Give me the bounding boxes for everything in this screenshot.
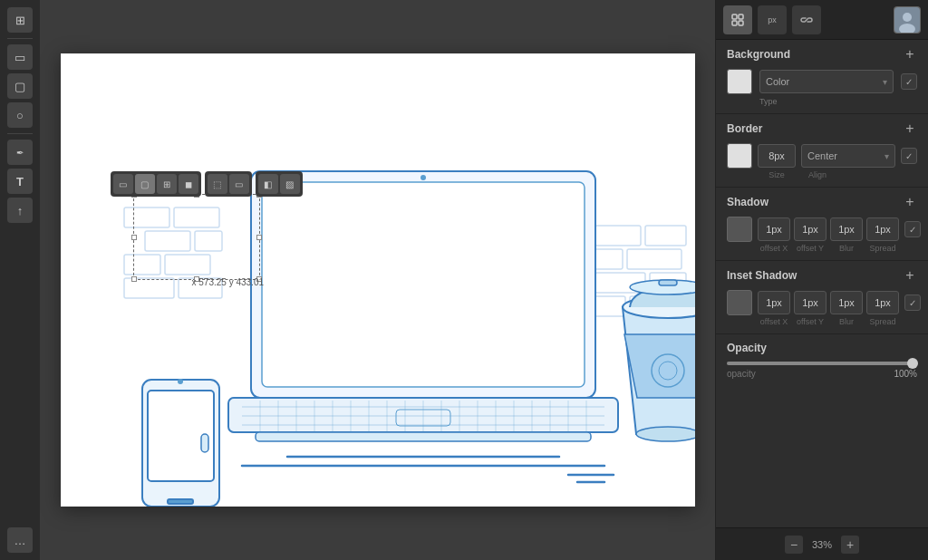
- svg-rect-54: [201, 434, 208, 452]
- border-controls-row: 8px Center ✓: [727, 143, 917, 169]
- opacity-title: Opacity: [727, 342, 917, 354]
- svg-rect-1: [174, 208, 219, 227]
- background-visibility-checkbox[interactable]: ✓: [901, 73, 917, 90]
- link-tab-button[interactable]: [792, 5, 821, 34]
- inset-shadow-offset-x-input[interactable]: 1px: [758, 291, 790, 314]
- rounded-rect-tool-button[interactable]: ▢: [7, 73, 33, 99]
- inset-shadow-offset-x-label: offset X: [758, 317, 790, 326]
- svg-rect-9: [645, 226, 686, 246]
- image-tab-button[interactable]: px: [758, 5, 787, 34]
- panel-content: Background + Color ✓ Type Border +: [716, 40, 928, 527]
- border-size-input[interactable]: 8px: [758, 144, 796, 168]
- grid-tool-button[interactable]: ⊞: [7, 7, 33, 33]
- background-color-swatch[interactable]: [727, 69, 752, 94]
- shadow-spread-label: Spread: [866, 244, 899, 253]
- shadow-visibility-checkbox[interactable]: ✓: [904, 221, 921, 237]
- panel-tab-icons: px: [723, 5, 821, 34]
- flip-v-tool[interactable]: ▨: [280, 174, 300, 194]
- border-add-button[interactable]: +: [903, 121, 917, 136]
- svg-rect-62: [739, 14, 743, 19]
- inset-shadow-visibility-checkbox[interactable]: ✓: [904, 294, 921, 311]
- inset-shadow-blur-input[interactable]: 1px: [830, 291, 863, 314]
- border-align-label: Align: [801, 170, 917, 179]
- svg-rect-43: [256, 432, 591, 441]
- shadow-blur-input[interactable]: 1px: [830, 217, 863, 241]
- canvas-area: ▭ ▢ ⊞ ◼ ⬚ ▭ ◧ ▨ x 573.: [40, 0, 715, 560]
- shadow-section: Shadow + 1px 1px 1px 1px: [716, 188, 928, 261]
- border-field-labels: Size Align: [727, 170, 917, 179]
- zoom-in-button[interactable]: +: [841, 536, 859, 554]
- svg-rect-5: [165, 255, 210, 275]
- inset-shadow-offset-y-input[interactable]: 1px: [794, 291, 826, 314]
- background-title: Background: [727, 48, 790, 61]
- zoom-out-button[interactable]: −: [785, 536, 803, 554]
- align-v-tool[interactable]: ▭: [229, 174, 249, 194]
- grid-tab-button[interactable]: [723, 5, 752, 34]
- shadow-offset-y-input[interactable]: 1px: [794, 217, 826, 241]
- svg-rect-3: [195, 231, 222, 251]
- border-color-swatch[interactable]: [727, 143, 752, 169]
- svg-rect-0: [124, 208, 169, 227]
- background-section-header: Background +: [727, 47, 917, 62]
- background-type-dropdown[interactable]: Color: [759, 70, 894, 93]
- svg-rect-7: [179, 278, 222, 298]
- opacity-label-row: opacity 100%: [727, 369, 917, 379]
- more-tools-button[interactable]: …: [7, 527, 33, 553]
- canvas-document: ▭ ▢ ⊞ ◼ ⬚ ▭ ◧ ▨ x 573.: [61, 53, 695, 507]
- right-panel: px Background +: [715, 0, 928, 560]
- shadow-field-labels: offset X offset Y Blur Spread: [727, 244, 917, 253]
- shadow-spread-input[interactable]: 1px: [866, 217, 899, 241]
- inset-shadow-add-button[interactable]: +: [903, 268, 917, 283]
- opacity-label: opacity: [727, 369, 756, 379]
- shadow-inputs-group: 1px 1px 1px 1px: [758, 217, 899, 241]
- background-add-button[interactable]: +: [903, 47, 917, 62]
- inset-shadow-spread-label: Spread: [866, 317, 899, 326]
- svg-rect-2: [145, 231, 190, 251]
- border-section: Border + 8px Center ✓ Size Align: [716, 114, 928, 188]
- svg-rect-51: [168, 499, 193, 504]
- flip-h-tool[interactable]: ◧: [258, 174, 278, 194]
- svg-rect-61: [732, 14, 737, 19]
- rect-tool[interactable]: ▭: [113, 174, 133, 194]
- canvas-floating-toolbar: ▭ ▢ ⊞ ◼ ⬚ ▭ ◧ ▨: [111, 171, 303, 197]
- circle-tool-button[interactable]: ○: [7, 102, 33, 128]
- background-controls-row: Color ✓: [727, 69, 917, 94]
- svg-rect-57: [659, 280, 677, 285]
- border-section-header: Border +: [727, 121, 917, 136]
- view-tools-group: ◧ ▨: [256, 171, 303, 197]
- zoom-level-label: 33%: [812, 539, 832, 550]
- border-visibility-checkbox[interactable]: ✓: [901, 148, 917, 164]
- grid-tool[interactable]: ⊞: [157, 174, 177, 194]
- rect2-tool[interactable]: ▢: [135, 174, 155, 194]
- svg-rect-6: [124, 278, 174, 298]
- inset-shadow-title: Inset Shadow: [727, 269, 797, 282]
- rectangle-tool-button[interactable]: ▭: [7, 44, 33, 70]
- illustration-svg: [61, 53, 695, 507]
- shadow-title: Shadow: [727, 196, 768, 208]
- toolbar-divider-2: [7, 133, 33, 134]
- border-align-dropdown[interactable]: Center: [801, 144, 895, 168]
- fill-tool[interactable]: ◼: [179, 174, 198, 194]
- shadow-offset-y-label: offset Y: [794, 244, 826, 253]
- shadow-offset-x-input[interactable]: 1px: [758, 217, 790, 241]
- inset-shadow-spread-input[interactable]: 1px: [866, 291, 899, 314]
- svg-point-50: [178, 379, 183, 384]
- text-tool-button[interactable]: T: [7, 169, 33, 194]
- toolbar-divider: [7, 38, 33, 39]
- svg-point-66: [903, 13, 912, 22]
- svg-rect-8: [595, 226, 641, 246]
- left-toolbar: ⊞ ▭ ▢ ○ ✒ T ↑ …: [0, 0, 40, 560]
- align-h-tool[interactable]: ⬚: [208, 174, 227, 194]
- shadow-controls-row: 1px 1px 1px 1px ✓: [727, 217, 917, 242]
- shadow-add-button[interactable]: +: [903, 195, 917, 209]
- user-avatar[interactable]: [894, 6, 921, 34]
- shadow-color-swatch[interactable]: [727, 217, 752, 242]
- svg-rect-4: [124, 255, 160, 275]
- border-title: Border: [727, 122, 762, 135]
- opacity-section: Opacity opacity 100%: [716, 334, 928, 390]
- opacity-slider-thumb[interactable]: [907, 358, 918, 369]
- inset-shadow-color-swatch[interactable]: [727, 290, 752, 315]
- opacity-value: 100%: [894, 369, 917, 379]
- pen-tool-button[interactable]: ✒: [7, 140, 33, 165]
- upload-tool-button[interactable]: ↑: [7, 198, 33, 223]
